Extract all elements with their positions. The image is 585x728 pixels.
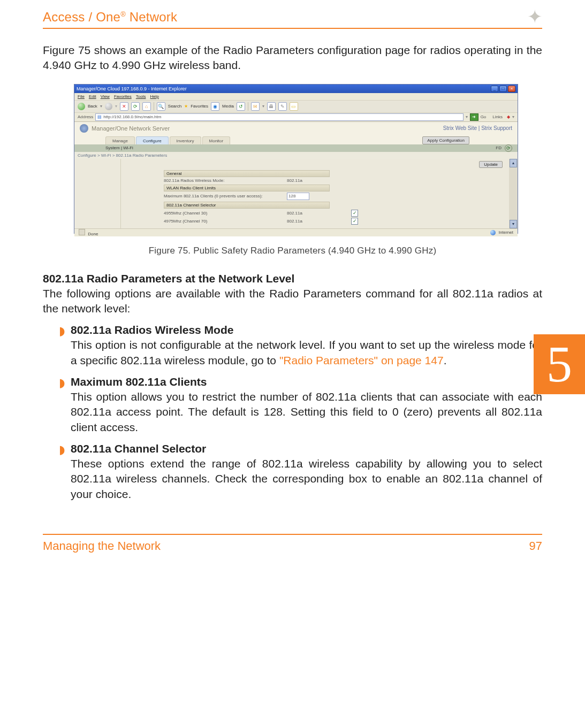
channel-70-value: 802.11a — [287, 219, 346, 224]
section-heading: 802.11a Radio Parameters at the Network … — [43, 272, 542, 285]
bullet-body: This option is not configurable at the n… — [71, 338, 542, 368]
home-icon[interactable]: ⌂ — [142, 102, 151, 111]
apply-configuration-button[interactable]: Apply Configuration — [422, 136, 469, 144]
brand-logo-icon — [80, 124, 88, 133]
channel-70-label: 4975Mhz (Channel 70) — [164, 219, 287, 224]
wireless-mode-label: 802.11a Radios Wireless Mode: — [164, 178, 287, 183]
scroll-down-icon[interactable]: ▾ — [510, 220, 517, 228]
bullet-marker-icon: ◗ — [59, 443, 65, 502]
menu-edit[interactable]: Edit — [89, 94, 96, 99]
cross-ref-link[interactable]: "Radio Parameters" on page 147 — [279, 354, 444, 366]
chapter-tab: 5 — [534, 334, 585, 394]
bullet-item: ◗ 802.11a Radios Wireless Mode This opti… — [59, 324, 542, 368]
hdr-title-suffix: Network — [126, 10, 177, 24]
bullet-item: ◗ Maximum 802.11a Clients This option al… — [59, 376, 542, 435]
search-button-label[interactable]: Search — [168, 104, 181, 109]
tab-monitor[interactable]: Monitor — [202, 136, 231, 144]
app-header-bar: Manager/One Network Server Strix Web Sit… — [74, 122, 518, 135]
bullet-marker-icon: ◗ — [59, 324, 65, 369]
max-clients-input[interactable]: 128 — [287, 193, 309, 200]
status-done: Done — [88, 232, 98, 236]
page-header-title: Access / One® Network — [43, 10, 177, 25]
favorites-button-label[interactable]: Favorites — [191, 104, 208, 109]
menu-tools[interactable]: Tools — [136, 94, 146, 99]
links-label[interactable]: Links — [492, 114, 503, 119]
media-button-label[interactable]: Media — [222, 104, 234, 109]
back-button-label[interactable]: Back — [88, 104, 97, 109]
header-rule — [43, 28, 542, 29]
section-header-channel-selector: 802.11a Channel Selector — [164, 202, 330, 209]
content-panel: Update General 802.11a Radios Wireless M… — [121, 159, 509, 228]
menu-help[interactable]: Help — [150, 94, 158, 99]
update-button[interactable]: Update — [479, 161, 503, 168]
status-zone-icon — [490, 230, 496, 235]
window-close-button[interactable]: × — [508, 86, 515, 92]
sub-nav-left[interactable]: System | Wi-Fi — [105, 145, 133, 150]
browser-toolbar: Back ▾ ▾ ✕ ⟳ ⌂ 🔍 Search ★ Favorites ◉ Me… — [74, 101, 518, 113]
tab-inventory[interactable]: Inventory — [170, 136, 201, 144]
address-input[interactable]: ▤ http://192.168.0.9/nc/main.htm — [95, 113, 463, 121]
scroll-up-icon[interactable]: ▴ — [510, 159, 517, 167]
forward-icon[interactable] — [105, 103, 112, 110]
address-bar: Address ▤ http://192.168.0.9/nc/main.htm… — [74, 113, 518, 122]
channel-30-value: 802.11a — [287, 211, 346, 216]
window-minimize-button[interactable]: _ — [491, 86, 498, 92]
embedded-screenshot: Manager/One Cloud 197.168.0.9 - Internet… — [74, 84, 518, 234]
brand-title: Manager/One Network Server — [92, 125, 170, 132]
menu-view[interactable]: View — [101, 94, 110, 99]
print-icon[interactable]: 🖶 — [267, 102, 276, 111]
wireless-mode-value: 802.11a — [287, 178, 346, 183]
refresh-icon[interactable]: ⟳ — [131, 102, 140, 111]
bullet-body: These options extend the range of 802.11… — [71, 456, 542, 502]
bullet-marker-icon: ◗ — [59, 376, 65, 435]
bullet-body: This option allows you to restrict the n… — [71, 389, 542, 435]
address-value: http://192.168.0.9/nc/main.htm — [103, 114, 161, 119]
section-header-client-limits: WLAN Radio Client Limits — [164, 185, 330, 191]
header-ornament-icon: ✦ — [527, 7, 542, 26]
channel-70-checkbox[interactable]: ✓ — [351, 218, 358, 225]
breadcrumb: Configure > Wi-Fi > 802.11a Radio Parame… — [74, 152, 518, 159]
section-header-general: General — [164, 170, 330, 177]
sub-nav-refresh-icon[interactable]: ⟳ — [505, 144, 512, 152]
content-left-gutter — [74, 159, 121, 228]
folder-icon[interactable]: ▭ — [290, 102, 298, 111]
row-channel-30: 4955Mhz (Channel 30) 802.11a ✓ — [164, 210, 410, 217]
browser-status-bar: Done Internet — [74, 228, 518, 236]
favorites-star-icon[interactable]: ★ — [184, 104, 188, 109]
status-zone: Internet — [499, 230, 513, 235]
menu-file[interactable]: File — [78, 94, 85, 99]
page-icon: ▤ — [97, 114, 102, 119]
hdr-title-sup: ® — [120, 10, 126, 18]
vertical-scrollbar[interactable]: ▴ ▾ — [509, 159, 518, 228]
row-channel-70: 4975Mhz (Channel 70) 802.11a ✓ — [164, 218, 410, 225]
media-icon[interactable]: ◉ — [211, 102, 219, 111]
section-intro: The following options are available with… — [43, 286, 542, 317]
back-icon[interactable] — [78, 103, 85, 110]
window-maximize-button[interactable]: □ — [499, 86, 507, 92]
intro-paragraph: Figure 75 shows an example of the Radio … — [43, 43, 542, 73]
edit-icon[interactable]: ✎ — [278, 102, 287, 111]
channel-30-label: 4955Mhz (Channel 30) — [164, 211, 287, 216]
tab-configure[interactable]: Configure — [136, 136, 169, 144]
menu-favorites[interactable]: Favorites — [114, 94, 132, 99]
status-page-icon — [79, 229, 85, 235]
search-icon[interactable]: 🔍 — [157, 102, 165, 111]
footer-page-number: 97 — [529, 539, 542, 553]
sub-nav-bar: System | Wi-Fi FD ⟳ — [74, 144, 518, 152]
address-label: Address — [78, 114, 93, 119]
stop-icon[interactable]: ✕ — [120, 102, 128, 111]
mail-icon[interactable]: ✉ — [251, 102, 260, 111]
channel-30-checkbox[interactable]: ✓ — [351, 210, 358, 217]
window-title-text: Manager/One Cloud 197.168.0.9 - Internet… — [77, 86, 187, 91]
links-icon[interactable]: ◆ — [507, 114, 510, 119]
go-label: Go — [481, 114, 487, 119]
top-right-links[interactable]: Strix Web Site | Strix Support — [443, 125, 512, 131]
bullet-body-post: . — [444, 354, 447, 366]
figure-caption: Figure 75. Public Safety Radio Parameter… — [43, 246, 542, 256]
go-button[interactable]: ➜ — [470, 113, 478, 121]
bullet-title: 802.11a Radios Wireless Mode — [71, 324, 542, 336]
hdr-title-prefix: Access / One — [43, 10, 120, 24]
history-icon[interactable]: ↺ — [237, 102, 245, 111]
main-tabs: Manage Configure Inventory Monitor Apply… — [74, 135, 518, 144]
tab-manage[interactable]: Manage — [105, 136, 135, 144]
